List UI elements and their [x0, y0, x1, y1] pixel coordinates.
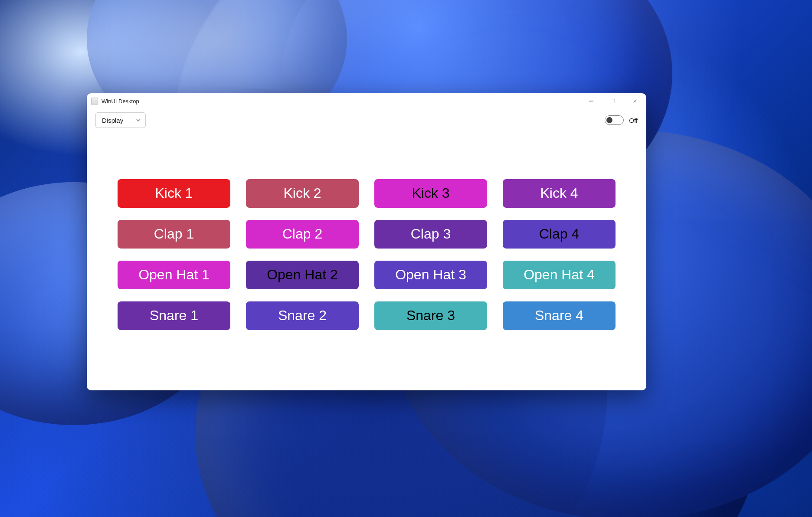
pad-label: Kick 2: [283, 185, 321, 201]
pad-button[interactable]: Snare 2: [246, 301, 359, 330]
pad-label: Kick 4: [540, 185, 578, 201]
toolbar: Display Off: [87, 109, 646, 131]
pad-label: Snare 3: [406, 308, 455, 324]
pad-label: Snare 2: [278, 308, 327, 324]
pad-button[interactable]: Clap 4: [503, 220, 616, 249]
pad-button[interactable]: Snare 1: [118, 301, 230, 330]
pad-button[interactable]: Open Hat 4: [503, 261, 616, 289]
pad-label: Open Hat 2: [267, 267, 338, 283]
pad-label: Open Hat 1: [138, 267, 210, 283]
pad-button[interactable]: Kick 1: [118, 179, 230, 208]
close-icon: [632, 98, 637, 104]
pad-label: Kick 1: [155, 185, 193, 201]
pad-button[interactable]: Kick 2: [246, 179, 359, 208]
app-window: WinUI Desktop Display Off Kick 1Kick 2Ki…: [87, 93, 646, 390]
pad-label: Kick 3: [412, 185, 449, 201]
pad-label: Clap 1: [154, 226, 194, 242]
pad-label: Clap 4: [539, 226, 580, 242]
pad-button[interactable]: Kick 4: [503, 179, 616, 208]
power-toggle[interactable]: [605, 115, 624, 125]
pad-label: Snare 1: [150, 308, 198, 324]
pad-button[interactable]: Open Hat 1: [118, 261, 230, 289]
minimize-icon: [589, 98, 594, 104]
minimize-button[interactable]: [580, 93, 602, 109]
chevron-down-icon: [136, 117, 141, 124]
pad-button[interactable]: Clap 2: [246, 220, 359, 249]
title-bar: WinUI Desktop: [87, 93, 646, 109]
window-title: WinUI Desktop: [102, 98, 139, 105]
pad-label: Open Hat 4: [524, 267, 595, 283]
svg-rect-1: [611, 99, 615, 103]
pad-grid: Kick 1Kick 2Kick 3Kick 4Clap 1Clap 2Clap…: [118, 179, 616, 330]
dropdown-label: Display: [102, 117, 123, 124]
maximize-button[interactable]: [602, 93, 624, 109]
pad-label: Clap 3: [411, 226, 451, 242]
toggle-group: Off: [605, 115, 638, 125]
app-icon: [91, 98, 98, 105]
pad-button[interactable]: Snare 4: [503, 301, 616, 330]
pad-label: Open Hat 3: [395, 267, 466, 283]
pad-label: Snare 4: [535, 308, 583, 324]
close-button[interactable]: [624, 93, 645, 109]
toggle-knob: [606, 117, 612, 123]
display-dropdown[interactable]: Display: [95, 112, 146, 128]
pad-button[interactable]: Clap 1: [118, 220, 230, 249]
pad-button[interactable]: Clap 3: [374, 220, 487, 249]
toggle-label: Off: [629, 117, 638, 124]
maximize-icon: [610, 98, 616, 104]
pad-button[interactable]: Kick 3: [374, 179, 487, 208]
pad-label: Clap 2: [282, 226, 323, 242]
pad-area: Kick 1Kick 2Kick 3Kick 4Clap 1Clap 2Clap…: [87, 131, 646, 390]
pad-button[interactable]: Open Hat 2: [246, 261, 359, 289]
pad-button[interactable]: Open Hat 3: [374, 261, 487, 289]
pad-button[interactable]: Snare 3: [374, 301, 487, 330]
